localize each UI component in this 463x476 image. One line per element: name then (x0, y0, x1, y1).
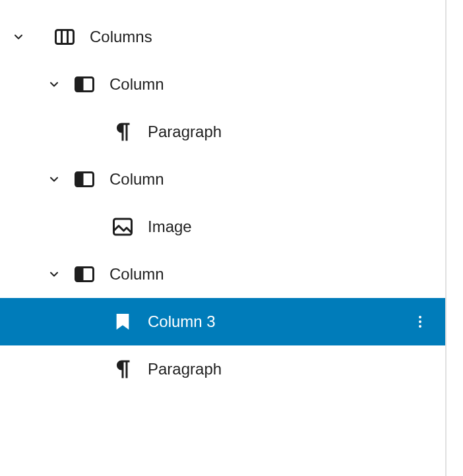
chevron-down-icon[interactable] (46, 171, 62, 187)
chevron-down-icon[interactable] (11, 29, 26, 45)
tree-item-column[interactable]: Column (0, 251, 445, 298)
svg-rect-4 (77, 78, 84, 90)
svg-point-12 (419, 325, 421, 328)
tree-item-label: Column 3 (148, 312, 216, 331)
svg-rect-0 (56, 30, 74, 44)
column-block-icon (73, 167, 96, 191)
chevron-down-icon[interactable] (46, 266, 62, 282)
columns-block-icon (53, 25, 77, 49)
column-block-icon (73, 73, 96, 96)
tree-item-label: Column (109, 170, 164, 189)
block-list-panel: Columns Column Paragraph Column Image (0, 0, 447, 476)
paragraph-block-icon (111, 120, 135, 144)
svg-rect-6 (77, 173, 84, 185)
chevron-down-icon[interactable] (46, 76, 62, 92)
tree-item-label: Columns (90, 28, 152, 46)
tree-item-paragraph[interactable]: Paragraph (0, 345, 445, 393)
bookmark-icon (111, 310, 135, 334)
column-block-icon (73, 262, 96, 286)
tree-item-reusable-block[interactable]: Column 3 (0, 298, 445, 345)
paragraph-block-icon (111, 357, 135, 381)
tree-item-columns[interactable]: Columns (0, 13, 445, 61)
image-block-icon (111, 215, 135, 239)
more-options-button[interactable] (408, 310, 432, 334)
tree-item-paragraph[interactable]: Paragraph (0, 108, 445, 156)
tree-item-label: Paragraph (148, 123, 222, 141)
tree-item-label: Paragraph (148, 360, 222, 378)
tree-item-label: Image (148, 218, 192, 236)
svg-rect-9 (77, 268, 84, 280)
svg-point-10 (419, 316, 421, 318)
tree-item-column[interactable]: Column (0, 156, 445, 203)
svg-point-11 (419, 320, 421, 323)
tree-item-label: Column (109, 75, 164, 94)
tree-item-column[interactable]: Column (0, 61, 445, 108)
tree-item-label: Column (109, 265, 164, 283)
tree-item-image[interactable]: Image (0, 203, 445, 251)
